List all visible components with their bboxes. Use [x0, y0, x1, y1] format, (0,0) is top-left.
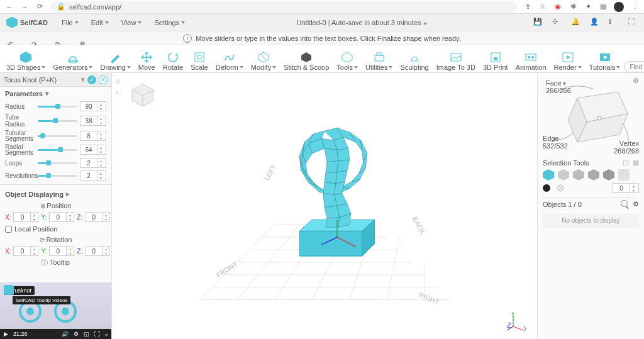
save-icon[interactable]: 💾: [533, 18, 543, 28]
sel-count[interactable]: ▴▾: [613, 183, 639, 193]
volume-icon[interactable]: 🔊: [62, 331, 69, 337]
sel-icon-2[interactable]: ▦: [633, 158, 639, 167]
rotation-xyz: X:▴▾ Y:▴▾ Z:▴▾: [0, 245, 111, 257]
tool-ribbon: 3D Shapes Generators Drawing Move Rotate…: [0, 45, 644, 73]
slider-radius[interactable]: [38, 106, 77, 108]
ext-icon-2[interactable]: ❋: [569, 3, 577, 11]
objects-header: Objects 1 / 0 ⚙: [543, 197, 639, 211]
spin-tubular-segments[interactable]: ▴▾: [80, 131, 106, 141]
spin-revolutions[interactable]: ▴▾: [80, 170, 106, 181]
back-icon[interactable]: ←: [5, 3, 14, 11]
slider-tube-radius[interactable]: [38, 120, 77, 122]
play-icon[interactable]: ▶: [4, 331, 8, 337]
puzzle-icon[interactable]: ✦: [584, 3, 592, 11]
help-icon[interactable]: ℹ: [609, 18, 619, 28]
pip-icon[interactable]: ◱: [84, 331, 89, 337]
sel-brush[interactable]: [618, 169, 630, 181]
notification-icon[interactable]: 🔔: [571, 18, 581, 28]
video-tag2: SelfCAD Tooltip Videos: [13, 296, 70, 304]
slider-revolutions[interactable]: [38, 175, 77, 177]
app-name: SelfCAD: [20, 19, 48, 26]
selection-mode-row: [543, 169, 639, 181]
spin-tube-radius[interactable]: ▴▾: [80, 116, 106, 126]
svg-rect-12: [451, 53, 461, 61]
spin-radius[interactable]: ▴▾: [80, 101, 106, 111]
slider-radial-segments[interactable]: [38, 149, 77, 151]
mesh-stats-cube[interactable]: Face ▾266/266 Edge532/532 Vertex268/268: [543, 79, 639, 155]
local-position-check[interactable]: Local Position: [0, 223, 111, 235]
share-project-icon[interactable]: ✣: [552, 18, 562, 28]
pos-x[interactable]: ▴▾: [13, 212, 38, 222]
ext-icon[interactable]: ◉: [553, 3, 562, 11]
tool-scale[interactable]: Scale: [187, 45, 212, 72]
svg-marker-63: [325, 148, 338, 162]
svg-marker-19: [567, 55, 570, 59]
menu-file[interactable]: File: [57, 17, 84, 28]
viewport[interactable]: ⌂ ‹ LEFT BACK FRONT RIGHT: [112, 73, 537, 339]
slider-loops[interactable]: [38, 162, 77, 164]
sel-vertex[interactable]: [588, 169, 599, 181]
tool-utilities[interactable]: Utilities: [362, 45, 396, 72]
bookmark-list-icon[interactable]: ▤: [599, 3, 608, 11]
url-bar[interactable]: 🔒 selfcad.com/app/: [50, 1, 517, 13]
share-icon[interactable]: ⇪: [523, 3, 532, 11]
tool-image-to-3d[interactable]: Image To 3D: [433, 45, 479, 72]
reload-icon[interactable]: ⟳: [35, 3, 44, 11]
tool-rotate[interactable]: Rotate: [159, 45, 187, 72]
dropdown-icon[interactable]: ▾: [81, 75, 85, 84]
sel-icon-1[interactable]: ◫: [623, 158, 629, 167]
tool-stitch-scoop[interactable]: Stitch & Scoop: [280, 45, 333, 72]
axes-gizmo[interactable]: XYZ: [507, 313, 526, 331]
menu-edit[interactable]: Edit: [86, 17, 114, 28]
fullscreen-video-icon[interactable]: ⛶: [94, 331, 100, 337]
settings-gear-icon[interactable]: ⚙: [74, 331, 79, 337]
objects-search-icon[interactable]: [621, 200, 628, 207]
menu-dots-icon[interactable]: ⋮: [630, 3, 639, 11]
forward-icon[interactable]: →: [20, 3, 29, 11]
rot-x[interactable]: ▴▾: [13, 246, 38, 256]
menu-view[interactable]: View: [116, 17, 147, 28]
tool-3d-shapes[interactable]: 3D Shapes: [3, 45, 49, 72]
tool-tools[interactable]: Tools: [333, 45, 362, 72]
sel-poly[interactable]: [603, 169, 614, 181]
rot-y[interactable]: ▴▾: [49, 246, 74, 256]
objects-settings-icon[interactable]: ⚙: [633, 200, 639, 208]
svg-marker-8: [301, 52, 311, 62]
star-icon[interactable]: ☆: [538, 3, 547, 11]
color-wire[interactable]: [557, 184, 564, 192]
apply-button[interactable]: ✓: [87, 75, 96, 84]
spin-radial-segments[interactable]: ▴▾: [80, 145, 106, 155]
pos-y[interactable]: ▴▾: [49, 212, 74, 222]
tool-3d-print[interactable]: 3D Print: [479, 45, 512, 72]
tool-animation[interactable]: Animation: [512, 45, 550, 72]
color-black[interactable]: [543, 184, 550, 192]
pos-z[interactable]: ▴▾: [85, 212, 110, 222]
user-icon[interactable]: 👤: [590, 18, 600, 28]
tool-generators[interactable]: Generators: [49, 45, 96, 72]
vimeo-icon[interactable]: 𝓋: [105, 331, 108, 338]
menu-settings[interactable]: Settings: [149, 17, 190, 28]
find-tool-input[interactable]: [624, 61, 644, 72]
app-logo[interactable]: SelfCAD: [6, 17, 48, 28]
sel-object[interactable]: [543, 169, 554, 181]
tool-drawing[interactable]: Drawing: [96, 45, 134, 72]
parameters-header[interactable]: Parameters ▾: [0, 87, 111, 100]
tool-move[interactable]: Move: [135, 45, 159, 72]
video-preview[interactable]: Torusknot SelfCAD Tooltip Videos ▶ 21:26…: [0, 282, 111, 339]
rot-z[interactable]: ▴▾: [85, 246, 110, 256]
tool-deform[interactable]: Deform: [212, 45, 247, 72]
slider-tubular-segments[interactable]: [38, 135, 77, 137]
tool-tutorials[interactable]: Tutorials: [586, 45, 625, 72]
sel-face[interactable]: [558, 169, 569, 181]
svg-rect-14: [494, 57, 497, 60]
avatar-icon[interactable]: [614, 2, 624, 12]
tool-modify[interactable]: Modify: [247, 45, 280, 72]
tool-sculpting[interactable]: Sculpting: [396, 45, 432, 72]
tool-render[interactable]: Render: [550, 45, 586, 72]
object-displaying-header[interactable]: Object Displaying ▸: [0, 187, 111, 201]
sel-edge[interactable]: [573, 169, 584, 181]
spin-loops[interactable]: ▴▾: [80, 158, 106, 168]
cancel-button[interactable]: ✕: [99, 75, 108, 84]
fullscreen-icon[interactable]: ⛶: [628, 18, 638, 28]
info-icon: i: [183, 34, 192, 43]
